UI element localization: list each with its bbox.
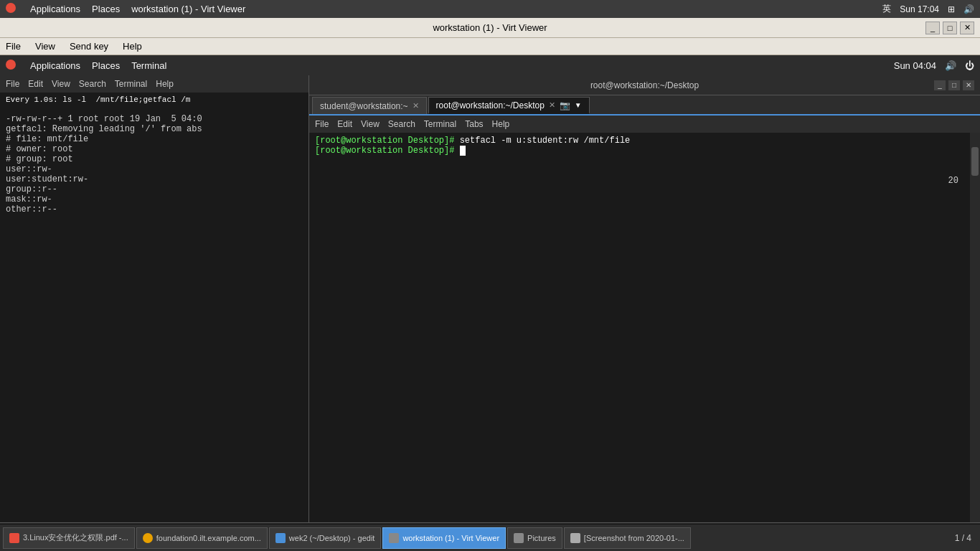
- host-task-pictures-label: Pictures: [527, 534, 556, 542]
- host-task-foundation-icon: [143, 533, 153, 543]
- bg-terminal-menubar: File Edit View Search Terminal Help: [0, 75, 308, 93]
- terminal-scrollbar[interactable]: [970, 133, 980, 522]
- virt-menubar: File View Send key Help: [0, 38, 980, 55]
- root-terminal-content: [root@workstation Desktop]# setfacl -m u…: [309, 133, 980, 522]
- host-task-pictures[interactable]: Pictures: [507, 527, 562, 549]
- host-app-icon: [6, 3, 19, 15]
- bg-line-1: Every 1.0s: ls -l /mnt/file;getfacl /m: [6, 95, 303, 104]
- tab-root-close[interactable]: ✕: [549, 100, 555, 110]
- root-line-1: [root@workstation Desktop]# setfacl -m u…: [315, 136, 974, 146]
- host-window-title: workstation (1) - Virt Viewer: [131, 4, 245, 14]
- host-task-pdf[interactable]: 3.Linux安全优化之权限.pdf -...: [3, 527, 135, 549]
- scroll-thumb[interactable]: [971, 147, 979, 176]
- host-applications-menu[interactable]: Applications: [30, 4, 80, 14]
- bg-line-2: -rw-rw-r--+ 1 root root 19 Jan 5 04:0: [6, 114, 303, 124]
- bg-line-spacer: [6, 104, 303, 114]
- root-terminal-menubar: File Edit View Search Terminal Tabs Help: [309, 116, 980, 133]
- host-taskbar-right: 1 / 4: [955, 533, 977, 543]
- bg-line-8: user:student:rw-: [6, 174, 303, 184]
- bg-line-9: group::r--: [6, 184, 303, 194]
- virt-menu-help[interactable]: Help: [120, 39, 145, 53]
- guest-terminal-menu[interactable]: Terminal: [131, 60, 166, 71]
- virt-menu-sendkey[interactable]: Send key: [67, 39, 111, 53]
- host-task-gedit-icon: [275, 533, 286, 543]
- host-task-virt-label: workstation (1) - Virt Viewer: [402, 534, 499, 542]
- virt-window-controls: _ □ ✕: [925, 22, 974, 34]
- host-task-pdf-label: 3.Linux安全优化之权限.pdf -...: [23, 532, 128, 543]
- host-task-gedit-label: wek2 (~/Desktop) - gedit: [289, 534, 375, 542]
- host-volume-icon: 🔊: [963, 4, 974, 14]
- virt-menu-file[interactable]: File: [3, 39, 24, 53]
- page-number-top: 20: [948, 176, 958, 186]
- root-terminal-close[interactable]: ✕: [963, 80, 974, 90]
- host-task-pdf-icon: [9, 533, 19, 543]
- guest-volume-icon: 🔊: [945, 60, 956, 71]
- host-task-screenshot-label: [Screenshot from 2020-01-...: [584, 534, 684, 542]
- host-task-screenshot-icon: [570, 533, 580, 543]
- bg-menu-file[interactable]: File: [6, 79, 19, 89]
- root-menu-file[interactable]: File: [315, 119, 329, 129]
- root-terminal-minimize[interactable]: _: [934, 80, 946, 90]
- bg-line-4: # file: mnt/file: [6, 134, 303, 144]
- virt-minimize-button[interactable]: _: [925, 22, 940, 34]
- guest-places-menu[interactable]: Places: [92, 60, 120, 71]
- host-task-foundation-label: foundation0.ilt.example.com...: [156, 534, 261, 542]
- tab-root[interactable]: root@workstation:~/Desktop ✕ 📷 ▼: [428, 97, 590, 114]
- bg-line-11: other::r--: [6, 204, 303, 215]
- root-menu-view[interactable]: View: [361, 119, 380, 129]
- root-menu-search[interactable]: Search: [388, 119, 415, 129]
- root-menu-tabs[interactable]: Tabs: [465, 119, 483, 129]
- root-menu-help[interactable]: Help: [492, 119, 510, 129]
- host-task-gedit[interactable]: wek2 (~/Desktop) - gedit: [269, 527, 382, 549]
- bg-menu-search[interactable]: Search: [79, 79, 106, 89]
- host-lang: 英: [882, 3, 891, 15]
- virt-maximize-button[interactable]: □: [943, 22, 957, 34]
- bg-terminal-content: Every 1.0s: ls -l /mnt/file;getfacl /m -…: [0, 93, 308, 522]
- virt-menu-view[interactable]: View: [32, 39, 58, 53]
- host-task-pictures-icon: [514, 533, 524, 543]
- host-page-counter: 1 / 4: [955, 533, 971, 543]
- virt-viewer-window: workstation (1) - Virt Viewer _ □ ✕ File…: [0, 18, 980, 551]
- tab-arrow-icon[interactable]: ▼: [575, 101, 582, 109]
- host-taskbar: 3.Linux安全优化之权限.pdf -... foundation0.ilt.…: [0, 524, 980, 551]
- virt-title-bar: workstation (1) - Virt Viewer _ □ ✕: [0, 18, 980, 38]
- bg-terminal-window: File Edit View Search Terminal Help Ever…: [0, 75, 308, 522]
- guest-screen: Applications Places Terminal Sun 04:04 🔊…: [0, 55, 980, 551]
- bg-menu-terminal[interactable]: Terminal: [115, 79, 147, 89]
- root-terminal-tabs: student@workstation:~ ✕ root@workstation…: [309, 95, 980, 116]
- guest-topbar: Applications Places Terminal Sun 04:04 🔊…: [0, 55, 980, 75]
- host-task-virt[interactable]: workstation (1) - Virt Viewer: [382, 527, 506, 549]
- bg-menu-help[interactable]: Help: [156, 79, 174, 89]
- root-terminal-controls: _ □ ✕: [934, 80, 974, 90]
- tab-screenshot-icon: 📷: [560, 100, 570, 110]
- bg-line-6: # group: root: [6, 154, 303, 164]
- host-task-screenshot[interactable]: [Screenshot from 2020-01-...: [564, 527, 691, 549]
- bg-line-10: mask::rw-: [6, 194, 303, 204]
- root-terminal-window: root@workstation:~/Desktop _ □ ✕ student…: [308, 75, 980, 522]
- root-terminal-titlebar: root@workstation:~/Desktop _ □ ✕: [309, 75, 980, 95]
- virt-title: workstation (1) - Virt Viewer: [433, 22, 547, 33]
- root-menu-edit[interactable]: Edit: [337, 119, 352, 129]
- host-topbar: Applications Places workstation (1) - Vi…: [0, 0, 980, 18]
- guest-power-icon: ⏻: [965, 60, 974, 71]
- host-time: Sun 17:04: [900, 4, 939, 14]
- host-task-foundation[interactable]: foundation0.ilt.example.com...: [136, 527, 268, 549]
- host-places-menu[interactable]: Places: [92, 4, 120, 14]
- root-terminal-title: root@workstation:~/Desktop: [590, 80, 699, 90]
- bg-line-3: getfacl: Removing leading '/' from abs: [6, 124, 303, 134]
- tab-root-label: root@workstation:~/Desktop: [436, 100, 545, 110]
- root-line-2: [root@workstation Desktop]#: [315, 146, 974, 156]
- bg-menu-view[interactable]: View: [52, 79, 70, 89]
- tab-student-label: student@workstation:~: [320, 101, 408, 111]
- tab-student[interactable]: student@workstation:~ ✕: [312, 97, 427, 114]
- bg-line-7: user::rw-: [6, 164, 303, 174]
- root-terminal-maximize[interactable]: □: [948, 80, 960, 90]
- virt-close-button[interactable]: ✕: [960, 22, 974, 34]
- root-menu-terminal[interactable]: Terminal: [424, 119, 456, 129]
- guest-applications-menu[interactable]: Applications: [30, 60, 80, 71]
- host-task-virt-icon: [389, 533, 399, 543]
- tab-student-close[interactable]: ✕: [413, 101, 419, 110]
- guest-app-icon: [6, 60, 19, 72]
- bg-menu-edit[interactable]: Edit: [28, 79, 43, 89]
- host-network-icon: ⊞: [948, 4, 955, 14]
